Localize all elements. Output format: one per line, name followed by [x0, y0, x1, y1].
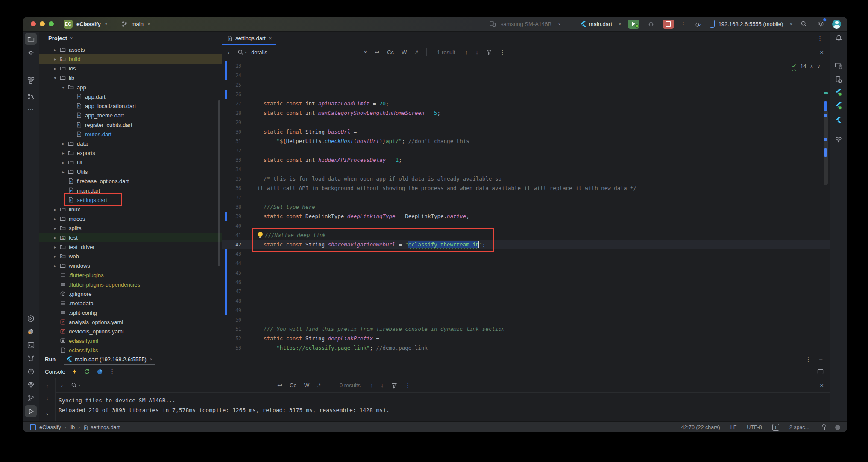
pub-tool-icon[interactable]	[25, 326, 37, 338]
tree-item-ui[interactable]: ▸Ui	[39, 158, 222, 167]
zoom-button[interactable]	[49, 21, 54, 26]
profiler-icon[interactable]	[693, 19, 703, 29]
code-line-25[interactable]: 25	[222, 80, 830, 90]
code-line-27[interactable]: 27 static const int apiDataLoadLimit = 2…	[222, 99, 830, 108]
console-output[interactable]: Syncing files to device SM A146B...Reloa…	[56, 393, 830, 421]
editor-scrollbar[interactable]	[824, 59, 828, 353]
code-text[interactable]: static final String baseUrl =	[257, 127, 357, 137]
code-line-46[interactable]: 46	[222, 278, 830, 287]
line-number[interactable]: 44	[222, 259, 241, 268]
code-line-31[interactable]: 31 "${HelperUtils.checkHost(hostUrl)}api…	[222, 137, 830, 146]
running-devices-icon[interactable]	[833, 61, 844, 71]
services-tool-icon[interactable]	[25, 313, 37, 325]
line-number[interactable]: 28	[222, 108, 241, 118]
code-line-49[interactable]: 49	[222, 306, 830, 315]
chevron-right-icon[interactable]: ▸	[59, 160, 67, 165]
device-selector[interactable]: samsung SM-A146B	[501, 21, 551, 27]
line-number[interactable]: 34	[222, 165, 241, 174]
terminal-tool-icon[interactable]	[25, 339, 37, 351]
lightbulb-icon[interactable]	[257, 232, 264, 238]
tree-item-utils[interactable]: ▸Utils	[39, 167, 222, 176]
code-text[interactable]: static const int hiddenAPIProcessDelay =…	[257, 155, 402, 165]
problems-tool-icon[interactable]	[25, 366, 37, 377]
tab-settings-dart[interactable]: settings.dart ×	[222, 32, 276, 45]
hot-reload-icon[interactable]	[72, 368, 77, 375]
close-find-icon[interactable]: ×	[820, 49, 824, 56]
line-number[interactable]: 30	[222, 127, 241, 137]
line-number[interactable]: 43	[222, 249, 241, 259]
code-text[interactable]: /// You will find this prefix from fireb…	[257, 325, 505, 334]
device-manager-icon[interactable]	[833, 74, 844, 85]
code-line-44[interactable]: 44	[222, 259, 830, 268]
code-line-50[interactable]: 50	[222, 315, 830, 325]
line-number[interactable]: 49	[222, 306, 241, 315]
line-number[interactable]: 40	[222, 221, 241, 231]
code-text[interactable]: static const DeepLinkType deepLinkingTyp…	[257, 212, 469, 221]
line-number[interactable]: 51	[222, 325, 241, 334]
stop-button[interactable]	[663, 20, 674, 29]
code-line-39[interactable]: 39 static const DeepLinkType deepLinking…	[222, 212, 830, 221]
code-line-38[interactable]: 38 ///Set type here	[222, 202, 830, 212]
filter-icon[interactable]	[486, 49, 492, 55]
hot-restart-icon[interactable]	[84, 368, 90, 375]
chevron-right-icon[interactable]: ▸	[51, 235, 59, 240]
git-tool-icon[interactable]	[25, 392, 37, 404]
tree-item-test[interactable]: ▸test	[39, 233, 222, 242]
line-number[interactable]: 32	[222, 146, 241, 155]
line-number[interactable]: 25	[222, 80, 241, 90]
code-line-23[interactable]: 23	[222, 61, 830, 71]
tree-item--flutter-plugins-dependencies[interactable]: .flutter-plugins-dependencies	[39, 280, 222, 289]
inspections-widget[interactable]: ✔ 14 ∧ ∨	[792, 61, 820, 72]
close-icon[interactable]: ×	[269, 35, 272, 41]
chevron-right-icon[interactable]: ▸	[59, 170, 67, 174]
code-line-28[interactable]: 28 static const int maxCategoryShowLengt…	[222, 108, 830, 118]
line-number[interactable]: 27	[222, 99, 241, 108]
pull-requests-tool-icon[interactable]	[25, 91, 37, 102]
line-number[interactable]: 31	[222, 137, 241, 146]
find-options-icon[interactable]: ⋮	[500, 49, 505, 56]
code-text[interactable]: "${HelperUtils.checkHost(hostUrl)}api/";…	[257, 137, 469, 146]
chevron-right-icon[interactable]: ▸	[51, 216, 59, 221]
tree-item-routes-dart[interactable]: routes.dart	[39, 129, 222, 139]
remote-device-selector[interactable]: 192.168.2.6:5555 (mobile)	[718, 21, 783, 27]
chevron-right-icon[interactable]: ▸	[51, 57, 59, 61]
code-text[interactable]: static const String shareNavigationWebUr…	[257, 240, 485, 249]
run-config-selector[interactable]: main.dart	[589, 21, 612, 27]
code-text[interactable]: static const int apiDataLoadLimit = 20;	[257, 99, 389, 108]
filter-icon[interactable]	[391, 383, 397, 389]
tree-item-app-theme-dart[interactable]: app_theme.dart	[39, 111, 222, 120]
caret-position[interactable]: 42:70 (22 chars)	[681, 424, 720, 430]
tree-item-app[interactable]: ▾app	[39, 82, 222, 92]
tree-item-eclassify-iml[interactable]: eclassify.iml	[39, 336, 222, 345]
line-number[interactable]: 48	[222, 296, 241, 306]
line-number[interactable]: 29	[222, 118, 241, 127]
tree-item-windows[interactable]: ▸windows	[39, 261, 222, 270]
minimize-button[interactable]	[40, 21, 45, 26]
tree-item--flutter-plugins[interactable]: .flutter-plugins	[39, 270, 222, 280]
tree-item-web[interactable]: ▸web	[39, 251, 222, 261]
line-number[interactable]: 52	[222, 334, 241, 343]
chevron-right-icon[interactable]: ▸	[59, 151, 67, 155]
next-problem-icon[interactable]: ∨	[817, 62, 820, 71]
editor-options-icon[interactable]: ⋮	[817, 35, 823, 41]
code-line-45[interactable]: 45	[222, 268, 830, 278]
chevron-right-icon[interactable]: ▸	[51, 245, 59, 249]
line-number[interactable]: 50	[222, 315, 241, 325]
search-icon[interactable]	[799, 19, 809, 29]
debug-icon[interactable]	[646, 19, 656, 29]
chevron-down-icon[interactable]: ▾	[59, 85, 67, 90]
chevron-right-icon[interactable]: ▸	[59, 141, 67, 146]
console-find-input[interactable]	[84, 382, 273, 389]
flutter-performance-icon[interactable]	[833, 87, 844, 97]
previous-occurrence-icon[interactable]: ↑	[465, 49, 468, 56]
tree-item-eclassify-iks[interactable]: eclassify.iks	[39, 345, 222, 353]
tree-item-lib[interactable]: ▾lib	[39, 73, 222, 82]
newline-icon[interactable]: ↩	[277, 382, 282, 389]
tree-item-splits[interactable]: ▸splits	[39, 223, 222, 233]
code-text[interactable]: ///Native deep link	[257, 231, 326, 240]
next-occurrence-icon[interactable]: ↓	[381, 382, 384, 389]
tree-item-devtools-options-yaml[interactable]: Ydevtools_options.yaml	[39, 327, 222, 336]
code-text[interactable]: /* this is for load data when open app i…	[257, 174, 501, 184]
line-number[interactable]: 46	[222, 278, 241, 287]
clear-search-icon[interactable]: ×	[364, 49, 367, 56]
